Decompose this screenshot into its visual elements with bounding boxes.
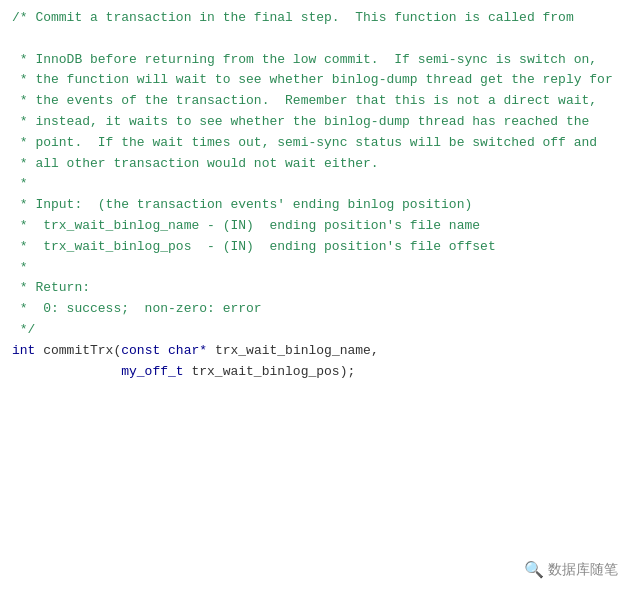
code-line-2	[12, 29, 620, 50]
code-block: /* Commit a transaction in the final ste…	[12, 8, 620, 382]
code-line-5: * the events of the transaction. Remembe…	[12, 91, 620, 112]
code-line-10: * Input: (the transaction events' ending…	[12, 195, 620, 216]
code-line-13: *	[12, 258, 620, 279]
code-line-6: * instead, it waits to see whether the b…	[12, 112, 620, 133]
watermark-text: 数据库随笔	[548, 561, 618, 579]
watermark-icon: 🔍	[524, 560, 544, 579]
code-line-16: */	[12, 320, 620, 341]
code-line-12: * trx_wait_binlog_pos - (IN) ending posi…	[12, 237, 620, 258]
code-line-18: my_off_t trx_wait_binlog_pos);	[12, 362, 620, 383]
code-line-17: int commitTrx(const char* trx_wait_binlo…	[12, 341, 620, 362]
code-line-3: * InnoDB before returning from the low c…	[12, 50, 620, 71]
code-line-9: *	[12, 174, 620, 195]
code-line-14: * Return:	[12, 278, 620, 299]
code-line-4: * the function will wait to see whether …	[12, 70, 620, 91]
code-line-1: /* Commit a transaction in the final ste…	[12, 8, 620, 29]
code-line-11: * trx_wait_binlog_name - (IN) ending pos…	[12, 216, 620, 237]
code-line-7: * point. If the wait times out, semi-syn…	[12, 133, 620, 154]
watermark: 🔍 数据库随笔	[524, 560, 618, 579]
code-container: /* Commit a transaction in the final ste…	[0, 0, 632, 597]
code-line-8: * all other transaction would not wait e…	[12, 154, 620, 175]
code-line-15: * 0: success; non-zero: error	[12, 299, 620, 320]
